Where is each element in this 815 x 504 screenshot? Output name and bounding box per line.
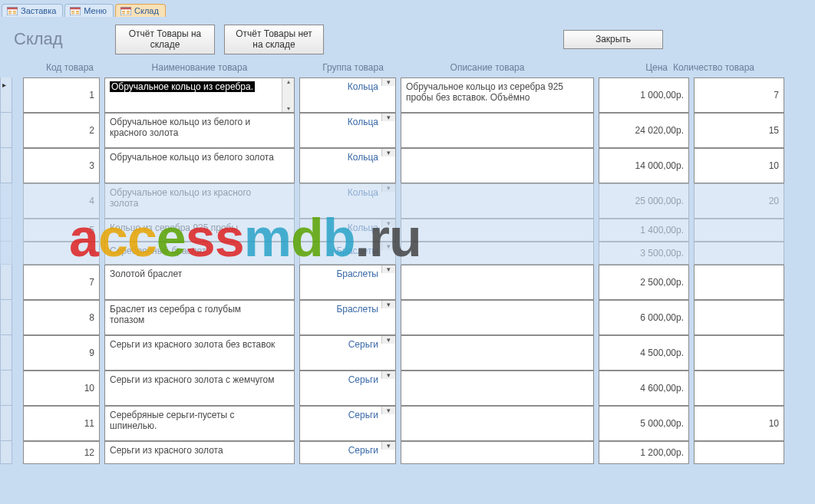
record-selector[interactable] — [0, 265, 12, 300]
name-cell[interactable]: Серьги из красного золота с жемчугом — [104, 371, 295, 406]
record-selector[interactable] — [0, 441, 12, 464]
qty-cell[interactable]: 10 — [694, 406, 784, 441]
desc-cell[interactable] — [401, 113, 594, 148]
group-cell[interactable]: Серьги▾ — [299, 406, 396, 441]
group-cell[interactable]: Кольца▾ — [299, 77, 396, 113]
price-cell[interactable]: 5 000,00р. — [599, 406, 689, 441]
qty-cell[interactable] — [694, 242, 784, 265]
name-cell[interactable]: Обручальное кольцо из серебра.▴▾ — [104, 77, 295, 113]
chevron-down-icon[interactable]: ▾ — [381, 78, 395, 86]
price-cell[interactable]: 3 500,00р. — [599, 242, 689, 265]
chevron-down-icon[interactable]: ▾ — [381, 265, 395, 273]
record-selector[interactable] — [0, 242, 12, 265]
chevron-down-icon[interactable]: ▾ — [381, 336, 395, 344]
price-cell[interactable]: 1 200,00р. — [599, 441, 689, 464]
code-cell[interactable]: 6 — [23, 242, 100, 265]
price-cell[interactable]: 2 500,00р. — [599, 265, 689, 300]
name-cell[interactable]: Серьги из красного золота — [104, 441, 295, 464]
group-cell[interactable]: Браслеты▾ — [299, 242, 396, 265]
chevron-down-icon[interactable]: ▾ — [381, 149, 395, 156]
code-cell[interactable]: 7 — [23, 265, 100, 300]
code-cell[interactable]: 9 — [23, 335, 100, 371]
report-in-stock-button[interactable]: Отчёт Товары на складе — [115, 25, 215, 54]
price-cell[interactable]: 6 000,00р. — [599, 300, 689, 335]
record-selector[interactable] — [0, 371, 12, 406]
code-cell[interactable]: 12 — [23, 441, 100, 464]
desc-cell[interactable] — [401, 183, 594, 219]
record-selector[interactable] — [0, 183, 12, 219]
code-cell[interactable]: 3 — [23, 148, 100, 183]
code-cell[interactable]: 4 — [23, 183, 100, 219]
qty-cell[interactable] — [694, 300, 784, 335]
record-selector[interactable] — [0, 219, 12, 242]
record-selector[interactable] — [0, 300, 12, 335]
qty-cell[interactable] — [694, 219, 784, 242]
desc-cell[interactable] — [401, 219, 594, 242]
chevron-down-icon[interactable]: ▾ — [381, 442, 395, 450]
record-selector[interactable] — [0, 113, 12, 148]
group-cell[interactable]: Браслеты▾ — [299, 265, 396, 300]
name-cell[interactable]: Кольцо из серебра 925 пробы — [104, 219, 295, 242]
name-cell[interactable]: Серьги из красного золота без вставок — [104, 335, 295, 371]
code-cell[interactable]: 10 — [23, 371, 100, 406]
name-cell[interactable]: Золотой браслет — [104, 265, 295, 300]
record-selector[interactable] — [0, 335, 12, 371]
chevron-down-icon[interactable]: ▾ — [381, 407, 395, 414]
code-cell[interactable]: 1 — [23, 77, 100, 113]
chevron-down-icon[interactable]: ▾ — [381, 219, 395, 227]
code-cell[interactable]: 8 — [23, 300, 100, 335]
desc-cell[interactable] — [401, 265, 594, 300]
group-cell[interactable]: Браслеты▾ — [299, 300, 396, 335]
name-cell[interactable]: Обручальное кольцо из красного золота — [104, 183, 295, 219]
price-cell[interactable]: 1 400,00р. — [599, 219, 689, 242]
price-cell[interactable]: 4 500,00р. — [599, 335, 689, 371]
group-cell[interactable]: Серьги▾ — [299, 441, 396, 464]
code-cell[interactable]: 11 — [23, 406, 100, 441]
tab-склад[interactable]: Склад — [115, 4, 166, 17]
code-cell[interactable]: 2 — [23, 113, 100, 148]
desc-cell[interactable] — [401, 148, 594, 183]
price-cell[interactable]: 4 600,00р. — [599, 371, 689, 406]
desc-cell[interactable] — [401, 242, 594, 265]
desc-cell[interactable]: Обручальное кольцо из серебра 925 пробы … — [401, 77, 594, 113]
group-cell[interactable]: Кольца▾ — [299, 219, 396, 242]
chevron-down-icon[interactable]: ▾ — [381, 371, 395, 379]
chevron-down-icon[interactable]: ▾ — [381, 184, 395, 192]
chevron-down-icon[interactable]: ▾ — [381, 114, 395, 121]
qty-cell[interactable]: 10 — [694, 148, 784, 183]
group-cell[interactable]: Кольца▾ — [299, 148, 396, 183]
scroll-up-icon[interactable]: ▴ — [287, 78, 290, 85]
desc-cell[interactable] — [401, 371, 594, 406]
group-cell[interactable]: Кольца▾ — [299, 183, 396, 219]
chevron-down-icon[interactable]: ▾ — [381, 242, 395, 250]
group-cell[interactable]: Серьги▾ — [299, 371, 396, 406]
qty-cell[interactable] — [694, 265, 784, 300]
price-cell[interactable]: 1 000,00р. — [599, 77, 689, 113]
price-cell[interactable]: 14 000,00р. — [599, 148, 689, 183]
qty-cell[interactable]: 15 — [694, 113, 784, 148]
price-cell[interactable]: 24 020,00р. — [599, 113, 689, 148]
group-cell[interactable]: Серьги▾ — [299, 335, 396, 371]
qty-cell[interactable] — [694, 441, 784, 464]
name-cell[interactable]: Обручальное кольцо из белого и красного … — [104, 113, 295, 148]
tab-меню[interactable]: Меню — [64, 4, 114, 17]
record-selector[interactable] — [0, 406, 12, 441]
desc-cell[interactable] — [401, 441, 594, 464]
name-cell[interactable]: Серебрянный браслет — [104, 242, 295, 265]
qty-cell[interactable] — [694, 335, 784, 371]
desc-cell[interactable] — [401, 300, 594, 335]
desc-cell[interactable] — [401, 335, 594, 371]
tab-заставка[interactable]: Заставка — [2, 4, 63, 17]
price-cell[interactable]: 25 000,00р. — [599, 183, 689, 219]
record-selector[interactable] — [0, 77, 12, 113]
scrollbar[interactable]: ▴▾ — [282, 78, 294, 112]
qty-cell[interactable] — [694, 371, 784, 406]
group-cell[interactable]: Кольца▾ — [299, 113, 396, 148]
desc-cell[interactable] — [401, 406, 594, 441]
code-cell[interactable]: 5 — [23, 219, 100, 242]
record-selector[interactable] — [0, 148, 12, 183]
name-cell[interactable]: Серебряные серьги-пусеты с шпинелью. — [104, 406, 295, 441]
name-cell[interactable]: Браслет из серебра с голубым топазом — [104, 300, 295, 335]
chevron-down-icon[interactable]: ▾ — [381, 301, 395, 308]
qty-cell[interactable]: 20 — [694, 183, 784, 219]
